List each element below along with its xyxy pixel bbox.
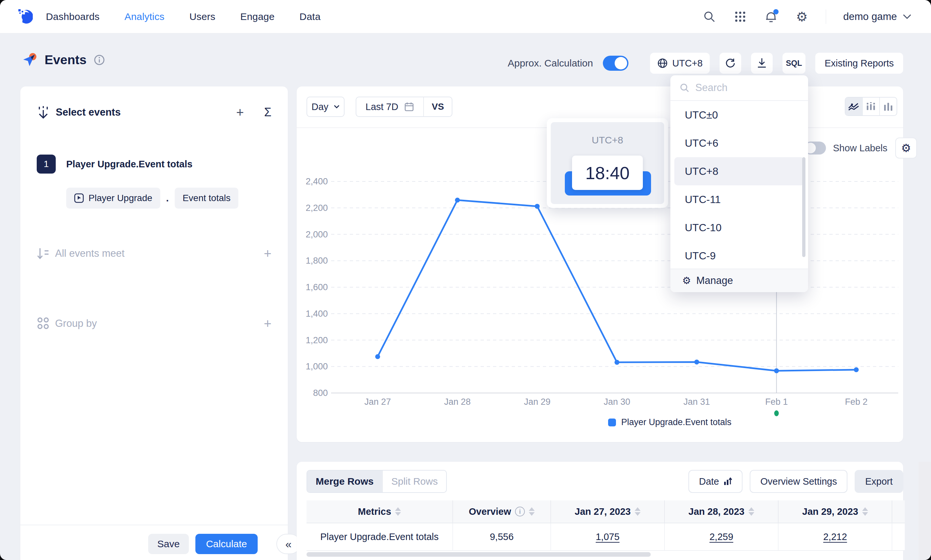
download-button[interactable] bbox=[751, 53, 773, 74]
timezone-option-utc-9[interactable]: UTC-9 bbox=[670, 242, 808, 270]
legend-swatch[interactable] bbox=[608, 418, 616, 426]
measure-chip[interactable]: Event totals bbox=[175, 188, 238, 209]
top-navbar: DashboardsAnalyticsUsersEngageData bbox=[0, 0, 931, 34]
group-by-icon bbox=[37, 317, 49, 330]
timezone-option-utc-11[interactable]: UTC-11 bbox=[670, 185, 808, 214]
x-axis-tick: Jan 30 bbox=[604, 397, 630, 407]
timezone-button[interactable]: UTC+8 bbox=[650, 53, 710, 74]
table-cell: Player Upgrade.Event totals bbox=[307, 523, 453, 550]
split-rows-button[interactable]: Split Rows bbox=[382, 471, 446, 492]
results-table: MetricsOverviewiJan 27, 2023Jan 28, 2023… bbox=[307, 500, 905, 551]
project-switcher[interactable]: demo game bbox=[843, 11, 911, 23]
show-labels-label: Show Labels bbox=[833, 143, 888, 154]
chart-type-switcher bbox=[845, 97, 897, 116]
data-point[interactable] bbox=[535, 204, 540, 209]
data-point[interactable] bbox=[375, 354, 380, 359]
y-axis-tick: 1,000 bbox=[306, 362, 328, 371]
info-icon[interactable] bbox=[94, 54, 105, 66]
data-point[interactable] bbox=[455, 197, 460, 202]
notification-dot bbox=[774, 9, 778, 14]
date-sort-button[interactable]: Date bbox=[689, 470, 743, 493]
globe-icon bbox=[657, 58, 668, 68]
search-icon[interactable] bbox=[702, 10, 716, 23]
chart-type-line[interactable] bbox=[845, 98, 862, 115]
timezone-option-utc-10[interactable]: UTC-10 bbox=[670, 214, 808, 242]
overview-settings-button[interactable]: Overview Settings bbox=[750, 470, 848, 493]
approx-calculation-toggle[interactable] bbox=[603, 56, 628, 71]
table-header-Jan 27, 2023[interactable]: Jan 27, 2023 bbox=[551, 500, 665, 523]
notifications-bell-icon[interactable] bbox=[764, 10, 778, 23]
sort-icons[interactable] bbox=[395, 507, 401, 516]
apps-grid-icon[interactable] bbox=[733, 10, 747, 23]
add-event-button[interactable]: + bbox=[236, 106, 244, 119]
manage-timezones-button[interactable]: ⚙ Manage bbox=[670, 269, 808, 292]
sort-icons[interactable] bbox=[862, 507, 868, 516]
chart-settings-button[interactable]: ⚙ bbox=[895, 137, 917, 158]
brand-logo-icon[interactable] bbox=[16, 9, 33, 25]
save-button[interactable]: Save bbox=[148, 534, 189, 554]
nav-item-dashboards[interactable]: Dashboards bbox=[46, 11, 100, 22]
select-events-title: Select events bbox=[56, 106, 120, 118]
data-point[interactable] bbox=[694, 360, 699, 365]
table-header-Metrics[interactable]: Metrics bbox=[307, 500, 453, 523]
timezone-option-utc+6[interactable]: UTC+6 bbox=[670, 129, 808, 157]
event-chip[interactable]: Player Upgrade bbox=[66, 188, 160, 209]
sort-icons[interactable] bbox=[749, 507, 754, 516]
tooltip-time: 18:40 bbox=[572, 155, 643, 190]
timezone-option-utc±0[interactable]: UTC±0 bbox=[670, 101, 808, 129]
timezone-option-utc+8[interactable]: UTC+8 bbox=[674, 157, 804, 185]
data-point[interactable] bbox=[614, 360, 619, 365]
sort-icons[interactable] bbox=[635, 507, 641, 516]
add-group-by-button[interactable]: + bbox=[264, 317, 272, 330]
drilldown-value-link[interactable]: 2,212 bbox=[823, 531, 847, 542]
table-header-Jan 29, 2023[interactable]: Jan 29, 2023 bbox=[778, 500, 892, 523]
calendar-icon bbox=[404, 102, 414, 112]
compare-vs-button[interactable]: VS bbox=[423, 97, 452, 116]
nav-item-analytics[interactable]: Analytics bbox=[125, 11, 165, 22]
event-cursor-icon bbox=[74, 193, 84, 203]
info-icon[interactable]: i bbox=[515, 507, 525, 517]
existing-reports-button[interactable]: Existing Reports bbox=[815, 53, 903, 74]
add-filter-button[interactable]: + bbox=[264, 247, 272, 260]
bar-chart-icon bbox=[883, 102, 893, 111]
y-axis-tick: 1,800 bbox=[306, 256, 328, 266]
table-cell: 1,075 bbox=[551, 523, 665, 550]
y-axis-tick: 1,600 bbox=[306, 282, 328, 292]
nav-item-engage[interactable]: Engage bbox=[240, 11, 275, 22]
table-header-Overview[interactable]: Overviewi bbox=[453, 500, 551, 523]
y-axis-tick: 1,200 bbox=[306, 335, 328, 345]
y-axis-tick: 2,000 bbox=[306, 229, 328, 239]
events-report-icon bbox=[22, 52, 37, 68]
refresh-icon bbox=[725, 58, 736, 69]
sql-button[interactable]: SQL bbox=[783, 53, 806, 74]
export-button[interactable]: Export bbox=[855, 470, 903, 493]
table-header-Jan 28, 2023[interactable]: Jan 28, 2023 bbox=[665, 500, 778, 523]
refresh-button[interactable] bbox=[719, 53, 741, 74]
chevron-down-icon bbox=[334, 105, 340, 109]
y-axis-tick: 1,400 bbox=[306, 309, 328, 318]
drilldown-value-link[interactable]: 1,075 bbox=[596, 531, 619, 542]
calculate-button[interactable]: Calculate bbox=[195, 534, 258, 554]
date-range-label: Last 7D bbox=[366, 102, 398, 112]
data-point[interactable] bbox=[774, 368, 779, 373]
table-horizontal-scrollbar[interactable] bbox=[307, 552, 651, 557]
legend-label[interactable]: Player Upgrade.Event totals bbox=[621, 417, 731, 427]
formula-sigma-button[interactable]: Σ bbox=[264, 105, 272, 119]
search-icon bbox=[679, 83, 689, 93]
annotation-dot[interactable] bbox=[774, 410, 779, 416]
data-point[interactable] bbox=[854, 367, 859, 372]
chart-type-bar[interactable] bbox=[879, 98, 897, 115]
nav-item-data[interactable]: Data bbox=[300, 11, 321, 22]
date-range-button[interactable]: Last 7D bbox=[356, 97, 423, 116]
chart-type-scatter-bars[interactable] bbox=[862, 98, 880, 115]
nav-item-users[interactable]: Users bbox=[190, 11, 215, 22]
dropdown-scrollbar[interactable] bbox=[802, 157, 806, 257]
manage-label: Manage bbox=[696, 275, 733, 286]
sort-icons[interactable] bbox=[529, 507, 535, 516]
merge-rows-button[interactable]: Merge Rows bbox=[307, 471, 382, 492]
timezone-search-input[interactable] bbox=[695, 82, 794, 94]
settings-gear-icon[interactable]: ⚙ bbox=[795, 10, 809, 23]
app-window: DashboardsAnalyticsUsersEngageData bbox=[0, 0, 931, 560]
granularity-dropdown[interactable]: Day bbox=[307, 97, 344, 117]
drilldown-value-link[interactable]: 2,259 bbox=[709, 531, 733, 542]
